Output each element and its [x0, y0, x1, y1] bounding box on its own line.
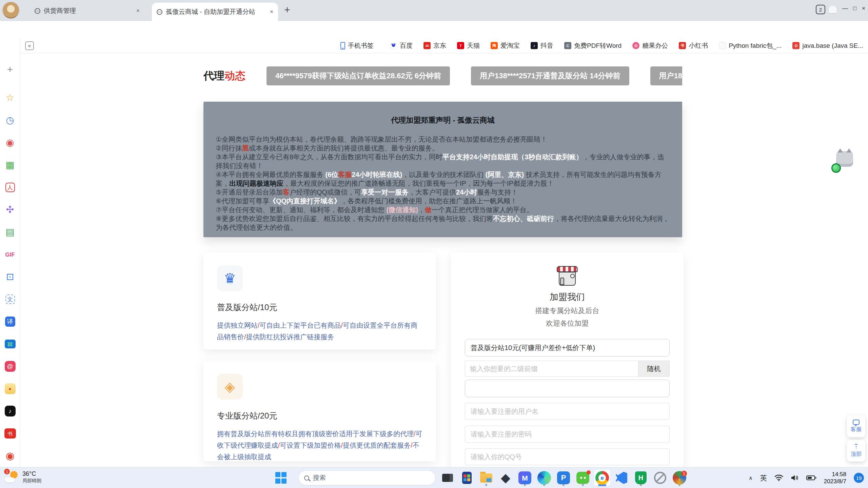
volume-icon[interactable]: [791, 474, 799, 481]
new-tab-button[interactable]: +: [281, 4, 293, 16]
bookmark-label: 糖果办公: [642, 41, 668, 50]
active-browser-icon[interactable]: e: [594, 470, 610, 486]
bookmark-item[interactable]: 淘 爱淘宝: [491, 41, 520, 50]
phone-icon: [340, 42, 345, 49]
notes-icon[interactable]: ▤: [3, 221, 18, 243]
statement-line: ③本平台从建立至今已有8年之久，从各方面数据均可看出平台的实力，同时平台支持24…: [216, 152, 670, 170]
pro-plan-card: ◈ 专业版分站/20元 拥有普及版分站所有特权且拥有顶级密价适用于发展下级多的代…: [203, 361, 436, 461]
qq-input[interactable]: [465, 448, 670, 465]
app-notification-badge: 1: [681, 471, 687, 476]
sidebar-add-button[interactable]: +: [3, 58, 18, 81]
screen-record-icon[interactable]: ◉: [3, 131, 18, 154]
browser-assistant-icon[interactable]: [829, 6, 837, 13]
mobile-bookmarks[interactable]: 手机书签: [340, 41, 379, 50]
weibo-icon[interactable]: ◉: [3, 445, 18, 467]
bookmark-item[interactable]: 书 小红书: [679, 41, 708, 50]
screenshot-crop-icon[interactable]: ⊡: [3, 266, 18, 288]
start-button[interactable]: [275, 472, 287, 484]
wifi-icon[interactable]: [774, 474, 783, 481]
wechat-icon[interactable]: [575, 470, 591, 486]
bookmark-item[interactable]: T 天猫: [457, 41, 480, 50]
prefix-input[interactable]: [465, 361, 638, 377]
translate-icon[interactable]: 译: [3, 310, 18, 333]
tab-regsite-active[interactable]: 孤傲云商城 - 自助加盟开通分站 ×: [152, 3, 278, 21]
hbuilder-icon[interactable]: H: [633, 470, 649, 486]
clock-widget[interactable]: 14:58 2023/8/7: [824, 471, 846, 485]
game-app-icon[interactable]: 1: [671, 470, 688, 486]
favorites-star-icon[interactable]: ☆: [3, 87, 18, 109]
random-prefix-button[interactable]: 随机: [638, 361, 670, 377]
password-input[interactable]: [465, 426, 670, 443]
system-tray: ∧ 英 14:58 2023/8/7 19: [749, 467, 864, 488]
close-window-button[interactable]: ×: [862, 5, 865, 12]
minimize-button[interactable]: —: [842, 5, 848, 12]
microsoft-store-icon[interactable]: [459, 470, 475, 486]
globe-icon: [35, 8, 40, 14]
edge-browser-icon[interactable]: [536, 470, 552, 486]
mini-apps-icon[interactable]: ▦: [3, 154, 18, 176]
bookmark-item[interactable]: C 免费PDF转Word: [564, 41, 622, 50]
marquee-item: 46****9579获得下级站点订单收益28.62元 6分钟前: [267, 66, 450, 85]
tab-supplier-management[interactable]: 供货商管理 ×: [30, 3, 144, 18]
maximize-button[interactable]: □: [853, 5, 856, 12]
statement-line: ⑧更多优势欢迎您加盟后自行品鉴、相互比较，有实力的平台经得起任何考验与比较，我们…: [216, 214, 670, 232]
gif-tool-icon[interactable]: GIF: [3, 243, 18, 266]
profile-avatar[interactable]: [3, 2, 19, 18]
window-tab-count-badge[interactable]: 2: [816, 5, 825, 14]
file-explorer-icon[interactable]: [478, 470, 494, 486]
bookmark-item[interactable]: ♪ 抖音: [531, 41, 553, 50]
notification-count-badge[interactable]: 19: [854, 473, 864, 483]
statement-line: ①全网类似平台均为模仿本站，卷代理余额、跑路等现象层出不穷，无论是否在本站加盟都…: [216, 135, 670, 144]
statement-line: ②同行抹黑或本身就在从事相关方面的我们将提供最优惠、最专业的服务。: [216, 144, 670, 152]
disabled-app-icon[interactable]: [652, 470, 668, 486]
battery-icon[interactable]: [806, 475, 816, 481]
pdf-reader-icon[interactable]: 人: [3, 176, 18, 199]
customer-service-button[interactable]: 客服: [847, 415, 865, 437]
pinduoduo-icon[interactable]: @: [3, 355, 18, 378]
bookmark-item[interactable]: 百度: [390, 41, 413, 50]
statement-line: ⑥代理加盟可尊享《QQ内直接打开域名》，各类程序低门槛免费使用，助您在推广道路上…: [216, 197, 670, 205]
weather-description: 局部晴朗: [22, 477, 41, 484]
bookmark-favicon: ♪: [531, 42, 538, 49]
taskbar-search[interactable]: 搜索: [298, 470, 435, 485]
device-frame-icon[interactable]: [439, 470, 456, 486]
p-app-icon[interactable]: P: [555, 470, 572, 486]
ocr-translate-icon[interactable]: 文: [3, 288, 18, 310]
game-center-icon[interactable]: ●: [3, 378, 18, 400]
basic-plan-card: ♛ 普及版分站/10元 提供独立网站/可自由上下架平台已有商品/可自由设置全平台…: [203, 252, 436, 349]
back-to-top-button[interactable]: ↑ 顶部: [847, 440, 865, 462]
vscode-icon[interactable]: [613, 470, 630, 486]
sidebar-toggle-icon[interactable]: «: [25, 41, 34, 50]
bookmark-favicon: T: [457, 42, 464, 49]
weather-widget[interactable]: 1 36°C 局部晴朗: [5, 470, 41, 484]
tab-close-icon[interactable]: ×: [136, 7, 140, 14]
bookmark-favicon: [390, 42, 397, 49]
xiaohongshu-icon[interactable]: 书: [3, 422, 18, 445]
plan-select[interactable]: 普及版分站10元(可赚用户差价+低价下单): [465, 339, 670, 357]
tray-chevron-icon[interactable]: ∧: [749, 475, 753, 481]
windows-taskbar: 1 36°C 局部晴朗 搜索 ◆ M: [0, 467, 868, 488]
mascot-pet-icon[interactable]: [831, 151, 853, 173]
screen-cast-icon[interactable]: ▤: [3, 333, 18, 355]
debug-plugin-icon[interactable]: ✣: [3, 199, 18, 221]
statement-line: ④本平台拥有全网最优质的客服服务 (6位客服24小时轮班在线)，以及最专业的技术…: [216, 170, 670, 188]
douyin-icon[interactable]: ♪: [3, 400, 18, 422]
bookmark-item[interactable]: Python fabric包_...: [719, 41, 782, 50]
bookmark-item[interactable]: O java.base (Java SE...: [792, 42, 863, 49]
bookmark-favicon: 淘: [491, 42, 498, 49]
browser-tab-bar: 供货商管理 × 孤傲云商城 - 自助加盟开通分站 × + 2 — □ ×: [0, 0, 868, 21]
form-subtitle: 搭建专属分站及后台: [465, 306, 670, 316]
ime-indicator[interactable]: 英: [760, 473, 767, 483]
username-input[interactable]: [465, 403, 670, 420]
tab-close-icon[interactable]: ×: [270, 8, 273, 15]
bookmark-item[interactable]: JD 京东: [423, 41, 446, 50]
history-clock-icon[interactable]: ◷: [3, 109, 18, 131]
tab-title: 孤傲云商城 - 自助加盟开通分站: [166, 7, 267, 16]
obsidian-icon[interactable]: ◆: [497, 470, 514, 486]
bookmark-item[interactable]: O 糖果办公: [632, 41, 668, 50]
markdown-app-icon[interactable]: M: [517, 470, 533, 486]
browser-sidebar: + ☆◷◉▦人✣▤GIF⊡文译▤@●♪书◉: [0, 38, 20, 467]
prefix-row: 随机: [465, 361, 670, 377]
agent-statement-panel: 代理加盟郑重声明 - 孤傲云商城 ①全网类似平台均为模仿本站，卷代理余额、跑路等…: [203, 102, 682, 237]
weather-icon: 1: [5, 470, 19, 484]
